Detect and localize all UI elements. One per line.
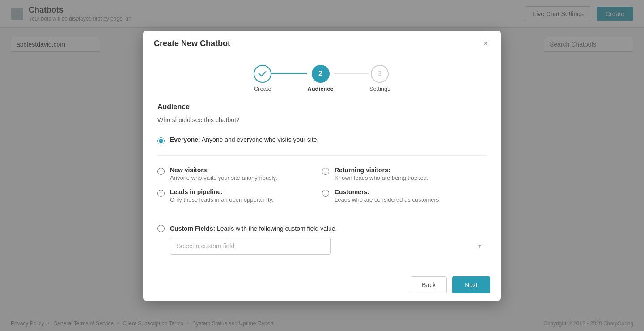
next-button[interactable]: Next: [452, 276, 490, 293]
step-audience-number: 2: [318, 70, 322, 78]
custom-fields-radio[interactable]: [157, 225, 165, 232]
custom-fields-label: Custom Fields: Leads with the following …: [170, 225, 337, 232]
new-visitors-label: New visitors:: [170, 166, 277, 174]
everyone-label-bold: Everyone:: [170, 136, 200, 143]
modal-overlay: Create New Chatbot × Create: [0, 0, 644, 331]
visitors-grid: New visitors: Anyone who visits your sit…: [157, 163, 487, 214]
everyone-content: Everyone: Anyone and everyone who visits…: [170, 136, 318, 143]
leads-pipeline-radio[interactable]: [157, 190, 165, 197]
returning-visitors-desc: Known leads who are being tracked.: [335, 174, 428, 181]
everyone-label: Everyone: Anyone and everyone who visits…: [170, 136, 318, 143]
step-create-circle: [254, 65, 271, 83]
new-visitors-radio[interactable]: [157, 168, 165, 175]
leads-pipeline-label: Leads in pipeline:: [170, 188, 274, 195]
returning-visitors-content: Returning visitors: Known leads who are …: [335, 166, 428, 181]
customers-content: Customers: Leads who are considered as c…: [335, 188, 441, 203]
modal-footer: Back Next: [143, 269, 501, 301]
create-chatbot-modal: Create New Chatbot × Create: [143, 31, 501, 301]
custom-fields-label-rest: Leads with the following custom field va…: [217, 225, 337, 232]
everyone-option: Everyone: Anyone and everyone who visits…: [157, 132, 487, 148]
steps-container: Create 2 Audience 3 Settings: [143, 54, 501, 99]
step-create-label: Create: [254, 85, 271, 92]
returning-visitors-radio[interactable]: [322, 168, 329, 175]
custom-fields-label-bold: Custom Fields:: [170, 225, 215, 232]
modal-body: Audience Who should see this chatbot? Ev…: [143, 99, 501, 269]
new-visitors-option: New visitors: Anyone who visits your sit…: [157, 163, 322, 185]
everyone-section: Everyone: Anyone and everyone who visits…: [157, 132, 487, 156]
leads-pipeline-label-bold: Leads in pipeline:: [170, 188, 223, 195]
custom-fields-section: Custom Fields: Leads with the following …: [157, 221, 487, 258]
leads-pipeline-desc: Only those leads in an open opportunity.: [170, 196, 274, 203]
modal-title: Create New Chatbot: [154, 39, 230, 48]
audience-question: Who should see this chatbot?: [157, 116, 487, 123]
leads-pipeline-content: Leads in pipeline: Only those leads in a…: [170, 188, 274, 203]
custom-field-select-wrapper: Select a custom field ▾: [170, 238, 487, 255]
returning-visitors-option: Returning visitors: Known leads who are …: [322, 163, 487, 185]
customers-option: Customers: Leads who are considered as c…: [322, 185, 487, 207]
new-visitors-label-bold: New visitors:: [170, 166, 209, 174]
customers-label: Customers:: [335, 188, 441, 195]
step-connector-1: [271, 73, 307, 74]
returning-visitors-label: Returning visitors:: [335, 166, 428, 174]
step-audience-label: Audience: [307, 85, 334, 92]
audience-section-title: Audience: [157, 103, 487, 111]
checkmark-icon: [258, 71, 267, 77]
step-settings: 3 Settings: [369, 65, 390, 92]
chevron-down-icon: ▾: [478, 242, 481, 250]
customers-desc: Leads who are considered as customers.: [335, 196, 441, 203]
step-settings-label: Settings: [369, 85, 390, 92]
new-visitors-desc: Anyone who visits your site anonymously.: [170, 174, 277, 181]
back-button[interactable]: Back: [411, 276, 447, 293]
step-audience: 2 Audience: [307, 65, 334, 92]
returning-visitors-label-bold: Returning visitors:: [335, 166, 390, 174]
customers-label-bold: Customers:: [335, 188, 369, 195]
customers-radio[interactable]: [322, 190, 329, 197]
new-visitors-content: New visitors: Anyone who visits your sit…: [170, 166, 277, 181]
step-connector-2: [334, 73, 369, 74]
step-settings-circle: 3: [371, 65, 389, 83]
custom-field-select[interactable]: Select a custom field: [170, 238, 331, 255]
close-button[interactable]: ×: [481, 39, 490, 48]
leads-pipeline-option: Leads in pipeline: Only those leads in a…: [157, 185, 322, 207]
step-settings-number: 3: [378, 70, 382, 78]
custom-fields-option: Custom Fields: Leads with the following …: [157, 225, 487, 232]
modal-header: Create New Chatbot ×: [143, 31, 501, 54]
step-audience-circle: 2: [312, 65, 330, 83]
everyone-radio[interactable]: [157, 137, 165, 144]
step-create: Create: [254, 65, 271, 92]
everyone-label-rest: Anyone and everyone who visits your site…: [202, 136, 318, 143]
